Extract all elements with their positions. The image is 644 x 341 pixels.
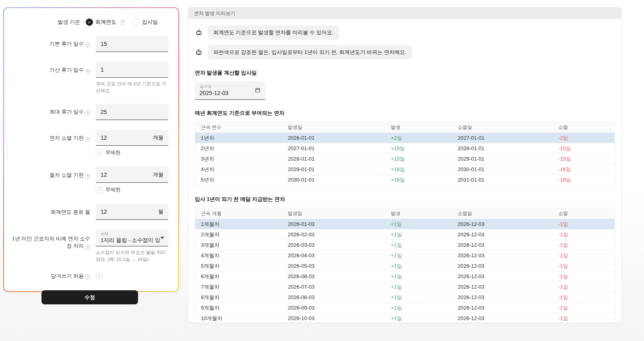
monthly-unlimited-label: 무제한 [105, 186, 121, 193]
rounding-select[interactable]: 선택 1자리 올림 - 소수점이 있을 ... [96, 229, 168, 246]
table-cell: +1일 [391, 304, 458, 312]
table-cell: -1일 [558, 273, 615, 280]
table-row: 1개월차2026-01-03+1일2026-12-03-1일 [195, 219, 615, 229]
annual-expire-value: 12 [101, 134, 107, 141]
help-icon[interactable]: ? [85, 111, 90, 116]
table-cell: +1일 [391, 221, 458, 228]
join-date-label: 입사일 [200, 84, 260, 89]
table-row: 5년차2030-01-01+16일2031-01-01-16일 [195, 174, 615, 185]
table-cell: +15일 [391, 155, 458, 163]
table-cell: 2026-12-03 [458, 231, 558, 238]
table-cell: -1일 [558, 252, 615, 259]
table-cell: 4년차 [195, 166, 288, 173]
robot-icon [195, 49, 203, 56]
caret-down-icon [160, 237, 164, 239]
monthly-expire-input[interactable]: 12 개월 [96, 167, 168, 183]
save-button[interactable]: 수정 [41, 290, 138, 304]
annual-expire-input[interactable]: 12 개월 [96, 130, 168, 146]
table-cell: 7개월차 [195, 283, 288, 291]
table-cell: 2년차 [195, 145, 288, 152]
table-row: 9개월차2026-09-03+1일2026-12-03-1일 [195, 302, 615, 313]
table-cell: -1일 [558, 262, 615, 270]
calendar-icon[interactable] [255, 87, 260, 95]
bot-message-row: 파란색으로 강조된 열은, 입사일로부터 1년이 되기 전, 회계년도가 바뀌는… [195, 45, 615, 60]
help-icon[interactable]: ? [85, 174, 90, 179]
table-cell: 2026-01-03 [288, 221, 391, 227]
table-row: 1년차2026-01-01+2일2027-01-01-2일 [195, 132, 615, 143]
table-cell: -1일 [558, 283, 615, 291]
table-cell: 10개월차 [195, 315, 288, 322]
help-icon[interactable]: ? [85, 275, 90, 280]
annual-expire-suffix: 개월 [153, 134, 163, 141]
additional-days-value: 1 [101, 66, 104, 73]
monthly-unlimited-checkbox[interactable]: ✓ [96, 186, 103, 193]
column-header: 소멸일 [458, 210, 558, 217]
radio-fiscal-year[interactable]: ✓ 회계연도 ? [86, 19, 125, 26]
column-header: 발생 [391, 210, 458, 217]
help-icon[interactable]: ? [85, 244, 90, 250]
table-cell: +1일 [391, 242, 458, 249]
base-days-label: 기본 휴가 일수 [50, 41, 84, 47]
table-cell: -1일 [558, 304, 615, 312]
table-row: 4개월차2026-04-03+1일2026-12-03-1일 [195, 250, 615, 260]
table-cell: 2030-01-01 [458, 166, 558, 172]
fiscal-end-value: 12 [101, 209, 107, 215]
table-cell: +1일 [391, 252, 458, 259]
fiscal-end-input[interactable]: 12 월 [96, 204, 168, 220]
table-cell: 2026-04-03 [288, 252, 391, 258]
help-icon[interactable]: ? [85, 137, 90, 142]
table-row: 10개월차2026-10-03+1일2026-12-03-1일 [195, 313, 615, 323]
help-icon[interactable]: ? [120, 20, 125, 25]
annual-section-title: 매년 회계연도 기준으로 부여되는 연차 [195, 110, 615, 117]
additional-days-row: 가산 휴가 일수? 1 계속 근로 연수 매 2년 기준으로 가산돼요. [11, 62, 168, 94]
bot-message: 파란색으로 강조된 열은, 입사일로부터 1년이 되기 전, 회계년도가 바뀌는… [208, 45, 412, 60]
annual-leave-table: 근속 연수발생일발생소멸일소멸1년차2026-01-01+2일2027-01-0… [195, 122, 615, 185]
table-cell: 8개월차 [195, 294, 288, 301]
table-row: 2년차2027-01-01+15일2028-01-01-15일 [195, 143, 615, 153]
table-row: 6개월차2026-06-03+1일2026-12-03-1일 [195, 271, 615, 281]
max-days-row: 최대 휴가 일수? 25 [11, 104, 168, 120]
help-icon[interactable]: ? [85, 42, 90, 48]
table-row: 3년차2028-01-01+15일2029-01-01-15일 [195, 153, 615, 164]
table-cell: 2027-01-01 [458, 135, 558, 141]
table-row: 7개월차2026-07-03+1일2026-12-03-1일 [195, 281, 615, 292]
table-row: 8개월차2026-08-03+1일2026-12-03-1일 [195, 292, 615, 302]
table-cell: 2026-12-03 [458, 284, 558, 290]
table-cell: +1일 [391, 231, 458, 238]
help-icon[interactable]: ? [85, 69, 90, 74]
table-cell: +1일 [391, 273, 458, 280]
table-cell: 2028-01-01 [458, 145, 558, 151]
table-row: 4년차2029-01-01+16일2030-01-01-16일 [195, 164, 615, 174]
monthly-expire-row: 월차 소멸 기한? 12 개월 ✓ 무제한 [11, 167, 168, 193]
radio-selected-icon: ✓ [86, 19, 93, 26]
monthly-section-title: 입사 1년이 되기 전 매달 지급받는 연차 [195, 196, 615, 203]
advance-use-checkbox[interactable]: ✓ [96, 273, 103, 279]
table-cell: 3개월차 [195, 242, 288, 249]
table-cell: 2026-10-03 [288, 315, 391, 321]
table-cell: 3년차 [195, 155, 288, 163]
join-date-section-title: 연차 발생을 계산할 입사일 [195, 69, 615, 76]
rounding-select-label: 선택 [101, 231, 163, 237]
table-header-row: 근속 연수발생일발생소멸일소멸 [195, 122, 615, 132]
table-cell: 5개월차 [195, 262, 288, 270]
base-days-value: 15 [101, 41, 107, 47]
column-header: 발생 [391, 124, 458, 131]
max-days-value: 25 [101, 109, 107, 115]
table-row: 3개월차2026-03-03+1일2026-12-03-1일 [195, 240, 615, 250]
table-cell: 1개월차 [195, 221, 288, 228]
column-header: 소멸일 [458, 124, 558, 131]
table-cell: 2029-01-01 [458, 156, 558, 162]
annual-unlimited-checkbox[interactable]: ✓ [96, 149, 103, 156]
table-cell: 2026-12-03 [458, 252, 558, 258]
table-cell: -15일 [558, 145, 615, 152]
table-cell: -1일 [558, 221, 615, 228]
join-date-input[interactable]: 입사일 2025-12-03 [195, 81, 265, 100]
additional-days-input[interactable]: 1 [96, 62, 168, 78]
column-header: 소멸 [558, 210, 615, 217]
table-cell: 5년차 [195, 176, 288, 184]
radio-join-date[interactable]: 입사일 [132, 19, 158, 26]
max-days-label: 최대 휴가 일수 [50, 109, 84, 115]
base-days-input[interactable]: 15 [96, 36, 168, 52]
occurrence-basis-label: 발생 기준 [11, 19, 86, 26]
max-days-input[interactable]: 25 [96, 104, 168, 120]
